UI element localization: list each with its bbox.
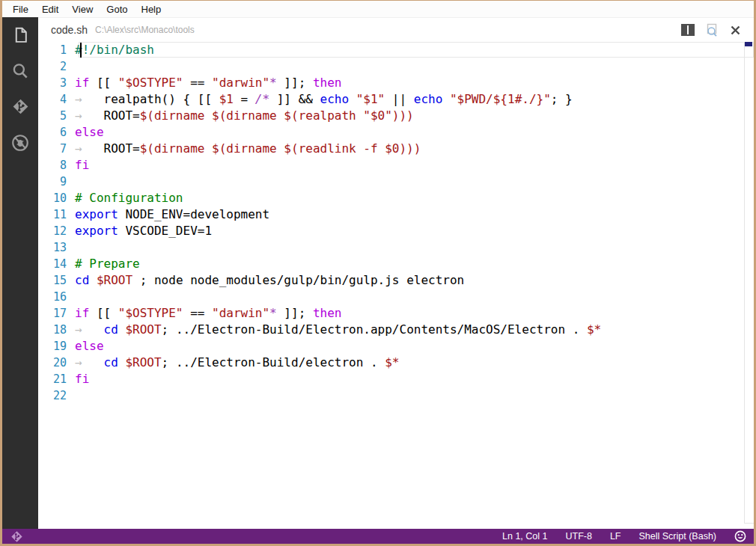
line-content: →cd $ROOT; ../Electron-Build/Electron.ap… (73, 322, 601, 338)
status-eol[interactable]: LF (610, 531, 621, 542)
code-line-16[interactable]: 16 (38, 289, 754, 305)
line-content (73, 239, 75, 256)
line-content: →cd $ROOT; ../Electron-Build/electron . … (73, 355, 400, 371)
open-preview-icon[interactable] (704, 23, 719, 37)
line-content: else (73, 124, 104, 141)
code-editor[interactable]: 1#!/bin/bash23if [[ "$OSTYPE" == "darwin… (38, 42, 754, 529)
git-icon[interactable] (10, 96, 31, 117)
code-lines: 1#!/bin/bash23if [[ "$OSTYPE" == "darwin… (38, 42, 754, 404)
horizontal-scrollbar[interactable] (744, 523, 754, 524)
code-line-15[interactable]: 15cd $ROOT ; node node_modules/gulp/bin/… (38, 272, 754, 289)
line-number: 9 (38, 174, 73, 190)
close-icon[interactable] (728, 23, 743, 37)
line-content: →realpath() { [[ $1 = /* ]] && echo "$1"… (73, 91, 573, 108)
code-line-3[interactable]: 3if [[ "$OSTYPE" == "darwin"* ]]; then (38, 75, 754, 91)
editor-title-bar: code.sh C:\Alex\src\Monaco\tools (38, 18, 754, 42)
line-number: 18 (38, 322, 73, 338)
line-content: export NODE_ENV=development (73, 206, 269, 223)
vertical-scrollbar[interactable] (744, 42, 745, 524)
code-line-6[interactable]: 6else (38, 124, 754, 141)
line-number: 22 (38, 387, 73, 404)
code-line-11[interactable]: 11export NODE_ENV=development (38, 206, 754, 223)
code-line-4[interactable]: 4→realpath() { [[ $1 = /* ]] && echo "$1… (38, 91, 754, 108)
overview-ruler-cursor-mark (745, 42, 752, 46)
line-number: 19 (38, 338, 73, 355)
line-number: 1 (38, 42, 73, 58)
line-content: # Prepare (73, 256, 140, 272)
line-content (73, 289, 75, 305)
line-number: 20 (38, 355, 73, 371)
line-content: export VSCODE_DEV=1 (73, 223, 212, 239)
line-content: →ROOT=$(dirname $(dirname $(realpath "$0… (73, 108, 414, 124)
code-line-2[interactable]: 2 (38, 58, 754, 75)
code-line-5[interactable]: 5→ROOT=$(dirname $(dirname $(realpath "$… (38, 108, 754, 124)
code-line-18[interactable]: 18→cd $ROOT; ../Electron-Build/Electron.… (38, 322, 754, 338)
line-content: if [[ "$OSTYPE" == "darwin"* ]]; then (73, 75, 341, 91)
line-content: fi (73, 371, 89, 387)
vscode-window: FileEditViewGotoHelp (0, 0, 756, 546)
line-number: 17 (38, 305, 73, 322)
debug-icon[interactable] (10, 132, 31, 153)
line-number: 13 (38, 239, 73, 256)
line-content: fi (73, 157, 89, 174)
line-number: 3 (38, 75, 73, 91)
file-name: code.sh (51, 24, 88, 36)
line-content (73, 58, 75, 75)
code-line-14[interactable]: 14# Prepare (38, 256, 754, 272)
code-line-1[interactable]: 1#!/bin/bash (38, 42, 754, 58)
line-content: if [[ "$OSTYPE" == "darwin"* ]]; then (73, 305, 341, 322)
menu-item-help[interactable]: Help (135, 2, 168, 16)
line-content: else (73, 338, 104, 355)
line-number: 6 (38, 124, 73, 141)
line-number: 2 (38, 58, 73, 75)
line-number: 21 (38, 371, 73, 387)
status-line-col[interactable]: Ln 1, Col 1 (502, 531, 547, 542)
code-line-22[interactable]: 22 (38, 387, 754, 404)
line-number: 14 (38, 256, 73, 272)
menu-item-goto[interactable]: Goto (100, 2, 134, 16)
file-path: C:\Alex\src\Monaco\tools (95, 25, 195, 35)
code-line-10[interactable]: 10# Configuration (38, 190, 754, 206)
line-content: #!/bin/bash (73, 42, 154, 58)
explorer-icon[interactable] (10, 25, 31, 45)
status-bar: Ln 1, Col 1 UTF-8 LF Shell Script (Bash) (2, 529, 754, 544)
line-number: 12 (38, 223, 73, 239)
status-encoding[interactable]: UTF-8 (565, 531, 591, 542)
git-branch-icon[interactable] (10, 530, 24, 544)
line-number: 5 (38, 108, 73, 124)
line-number: 10 (38, 190, 73, 206)
split-editor-icon[interactable] (680, 23, 695, 37)
code-line-13[interactable]: 13 (38, 239, 754, 256)
menu-bar: FileEditViewGotoHelp (2, 1, 754, 17)
text-cursor (80, 43, 82, 58)
line-number: 8 (38, 157, 73, 174)
line-number: 11 (38, 206, 73, 223)
code-line-17[interactable]: 17if [[ "$OSTYPE" == "darwin"* ]]; then (38, 305, 754, 322)
search-icon[interactable] (10, 61, 31, 81)
line-number: 16 (38, 289, 73, 305)
feedback-smiley-icon[interactable] (734, 530, 746, 542)
menu-item-view[interactable]: View (65, 2, 100, 16)
code-line-20[interactable]: 20→cd $ROOT; ../Electron-Build/electron … (38, 355, 754, 371)
line-content (73, 387, 75, 404)
code-line-9[interactable]: 9 (38, 174, 754, 190)
menu-item-file[interactable]: File (6, 2, 35, 16)
line-content: →ROOT=$(dirname $(dirname $(readlink -f … (73, 141, 421, 157)
code-line-19[interactable]: 19else (38, 338, 754, 355)
line-content: # Configuration (73, 190, 183, 206)
line-content: cd $ROOT ; node node_modules/gulp/bin/gu… (73, 272, 464, 289)
code-line-7[interactable]: 7→ROOT=$(dirname $(dirname $(readlink -f… (38, 141, 754, 157)
code-line-8[interactable]: 8fi (38, 157, 754, 174)
line-content (73, 174, 75, 190)
menu-item-edit[interactable]: Edit (35, 2, 65, 16)
code-line-21[interactable]: 21fi (38, 371, 754, 387)
activity-bar (2, 17, 38, 529)
line-number: 7 (38, 141, 73, 157)
code-line-12[interactable]: 12export VSCODE_DEV=1 (38, 223, 754, 239)
status-language[interactable]: Shell Script (Bash) (638, 531, 716, 542)
line-number: 4 (38, 91, 73, 108)
line-number: 15 (38, 272, 73, 289)
